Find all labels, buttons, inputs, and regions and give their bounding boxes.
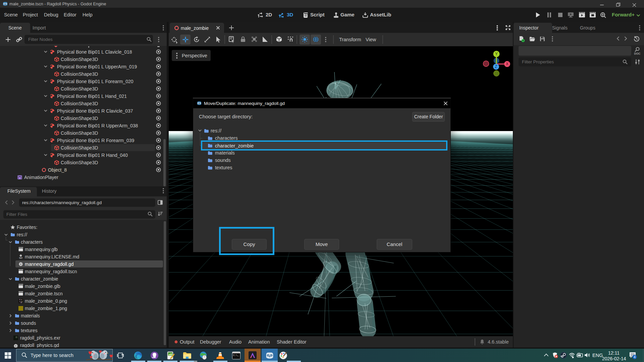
svg-text:4: 4 [634,355,636,359]
svg-text:DOC: DOC [634,52,641,55]
svg-text:Z: Z [495,64,497,69]
svg-text:TXT: TXT [19,257,23,259]
svg-text:Y: Y [495,52,498,56]
svg-text:C:\_: C:\_ [233,354,239,357]
svg-text:X: X [506,62,508,66]
